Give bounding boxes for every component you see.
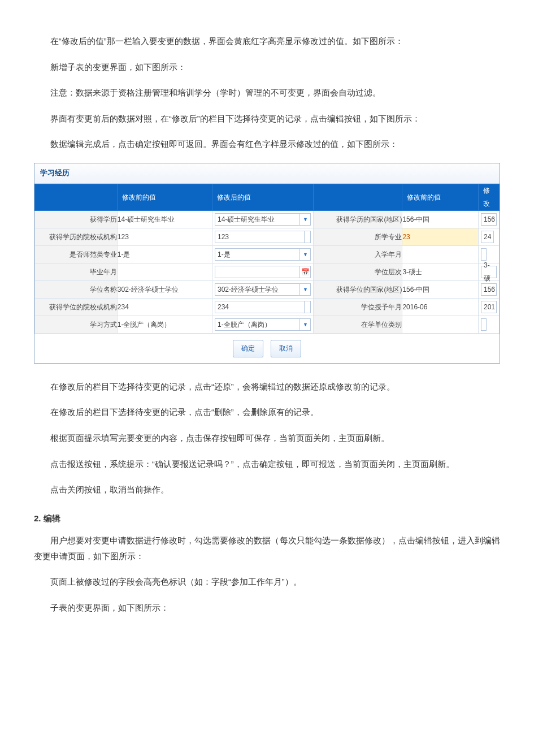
chevron-down-icon: ▼	[299, 214, 310, 225]
paragraph: 根据页面提示填写完要变更的内容，点击保存按钮即可保存，当前页面关闭，主页面刷新。	[34, 431, 500, 447]
table-row: 获得学位的院校或机构 234 234 学位授予年月 2016-06 201	[35, 299, 500, 316]
label-normal-school: 是否师范类专业	[35, 246, 118, 263]
paragraph: 用户想要对变更申请数据进行修改时，勾选需要修改的数据（每次只能勾选一条数据修改）…	[34, 533, 500, 564]
paragraph: 在修改后的栏目下选择待变更的记录，点击“还原”，会将编辑过的数据还原成修改前的记…	[34, 379, 500, 395]
combo-text: 14-硕士研究生毕业	[215, 213, 299, 226]
button-bar: 确定 取消	[34, 334, 500, 363]
degree-school-input[interactable]: 234	[215, 301, 311, 313]
paragraph: 注意：数据来源于资格注册管理和培训学分（学时）管理的不可变更，界面会自动过滤。	[34, 85, 500, 101]
paragraph: 界面有变更前后的数据对照，在“修改后”的栏目下选择待变更的记录，点击编辑按钮，如…	[34, 111, 500, 127]
label-study-org-type: 在学单位类别	[314, 316, 402, 334]
ok-button[interactable]: 确定	[233, 340, 263, 357]
before-value: 1-是	[117, 246, 212, 263]
panel-title: 学习经历	[34, 163, 500, 184]
before-value: 2016-06	[402, 299, 479, 316]
paragraph: 在“修改后的值”那一栏输入要变更的数据，界面会黄底红字高亮显示修改过的值。如下图…	[34, 34, 500, 50]
col-header-after: 修改后的值	[212, 184, 313, 211]
country-input-cut[interactable]: 156	[481, 213, 497, 226]
chevron-down-icon: ▼	[299, 284, 310, 295]
data-grid: 修改前的值 修改后的值 修改前的值 修改 获得学历 14-硕士研究生毕业 14-…	[34, 184, 500, 334]
degree-date-input-cut[interactable]: 201	[481, 301, 497, 313]
label-degree-name: 学位名称	[35, 281, 118, 299]
input-text: 123	[215, 231, 304, 244]
col-header-blank	[35, 184, 118, 211]
label-school: 获得学历的院校或机构	[35, 228, 118, 246]
before-value: 3-硕士	[402, 263, 479, 281]
before-value: 1-全脱产（离岗）	[117, 316, 212, 334]
degree-name-combo[interactable]: 302-经济学硕士学位 ▼	[215, 283, 311, 296]
study-mode-combo[interactable]: 1-全脱产（离岗） ▼	[215, 318, 311, 331]
input-divider	[304, 231, 310, 243]
label-enroll-date: 入学年月	[314, 246, 402, 263]
col-header-after2-cut: 修改	[478, 184, 499, 211]
before-value	[117, 263, 212, 281]
label-education: 获得学历	[35, 211, 118, 228]
paragraph: 点击报送按钮，系统提示：“确认要报送记录吗？”，点击确定按钮，即可报送，当前页面…	[34, 457, 500, 473]
before-value-highlight: 23	[402, 228, 479, 246]
label-country: 获得学历的国家(地区)	[314, 211, 402, 228]
label-study-mode: 学习方式	[35, 316, 118, 334]
before-value: 14-硕士研究生毕业	[117, 211, 212, 228]
paragraph: 新增子表的变更界面，如下图所示：	[34, 60, 500, 76]
before-value: 156-中国	[402, 281, 479, 299]
chevron-down-icon: ▼	[299, 249, 310, 260]
label-degree-school: 获得学位的院校或机构	[35, 299, 118, 316]
label-major: 所学专业	[314, 228, 402, 246]
major-input-cut[interactable]: 24	[481, 231, 494, 243]
col-header-before2: 修改前的值	[402, 184, 479, 211]
label-degree-level: 学位层次	[314, 263, 402, 281]
before-value: 234	[117, 299, 212, 316]
before-value: 302-经济学硕士学位	[117, 281, 212, 299]
col-header-blank2	[314, 184, 402, 211]
combo-text: 1-是	[215, 248, 299, 261]
paragraph: 子表的变更界面，如下图所示：	[34, 601, 500, 616]
school-input[interactable]: 123	[215, 231, 311, 243]
label-degree-date: 学位授予年月	[314, 299, 402, 316]
before-value	[402, 316, 479, 334]
header-row: 修改前的值 修改后的值 修改前的值 修改	[35, 184, 500, 211]
label-degree-country: 获得学位的国家(地区)	[314, 281, 402, 299]
chevron-down-icon: ▼	[299, 319, 310, 330]
table-row: 获得学历 14-硕士研究生毕业 14-硕士研究生毕业 ▼ 获得学历的国家(地区)…	[35, 211, 500, 228]
education-combo[interactable]: 14-硕士研究生毕业 ▼	[215, 213, 311, 226]
section-heading-edit: 2. 编辑	[34, 511, 500, 527]
paragraph: 页面上被修改过的字段会高亮色标识（如：字段“参加工作年月”）。	[34, 574, 500, 590]
grad-date-input[interactable]: 📅	[215, 266, 311, 278]
before-value: 123	[117, 228, 212, 246]
input-divider	[304, 301, 310, 313]
degree-country-input-cut[interactable]: 156	[481, 283, 497, 296]
label-grad-date: 毕业年月	[35, 263, 118, 281]
input-text: 234	[215, 301, 304, 314]
normal-combo[interactable]: 1-是 ▼	[215, 248, 311, 261]
col-header-before: 修改前的值	[117, 184, 212, 211]
before-value: 156-中国	[402, 211, 479, 228]
form-panel: 学习经历 修改前的值 修改后的值 修改前的值 修改	[34, 163, 500, 364]
table-row: 是否师范类专业 1-是 1-是 ▼ 入学年月	[35, 246, 500, 263]
paragraph: 点击关闭按钮，取消当前操作。	[34, 482, 500, 498]
degree-level-input-cut[interactable]: 3-硕	[481, 266, 497, 278]
study-org-input-cut[interactable]	[481, 318, 487, 331]
table-row: 学位名称 302-经济学硕士学位 302-经济学硕士学位 ▼ 获得学位的国家(地…	[35, 281, 500, 299]
combo-text: 302-经济学硕士学位	[215, 283, 299, 296]
paragraph: 数据编辑完成后，点击确定按钮即可返回。界面会有红色字样显示修改过的值，如下图所示…	[34, 137, 500, 153]
calendar-icon: 📅	[299, 266, 310, 278]
table-row: 获得学历的院校或机构 123 123 所学专业 23 24	[35, 228, 500, 246]
combo-text: 1-全脱产（离岗）	[215, 318, 299, 331]
paragraph: 在修改后的栏目下选择待变更的记录，点击“删除”，会删除原有的记录。	[34, 405, 500, 421]
before-value	[402, 246, 479, 263]
table-row: 学习方式 1-全脱产（离岗） 1-全脱产（离岗） ▼ 在学单位类别	[35, 316, 500, 334]
cancel-button[interactable]: 取消	[271, 340, 301, 357]
table-row: 毕业年月 📅 学位层次 3-硕士 3-硕	[35, 263, 500, 281]
